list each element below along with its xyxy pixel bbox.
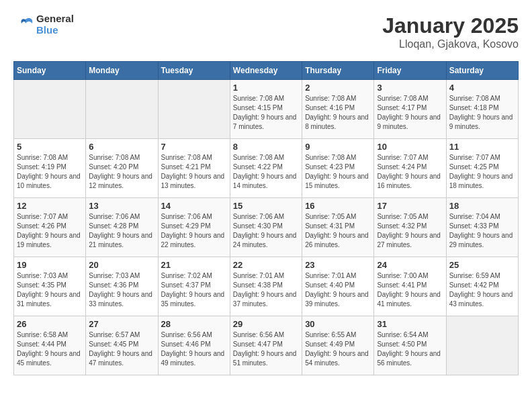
logo-bird-icon: [13, 14, 35, 36]
calendar-cell: 10 Sunrise: 7:07 AM Sunset: 4:24 PM Dayl…: [374, 139, 446, 198]
calendar-cell: 30 Sunrise: 6:55 AM Sunset: 4:49 PM Dayl…: [302, 316, 374, 375]
calendar-cell: 3 Sunrise: 7:08 AM Sunset: 4:17 PM Dayli…: [374, 80, 446, 139]
day-info: Sunrise: 7:07 AM Sunset: 4:25 PM Dayligh…: [449, 153, 515, 191]
calendar-cell: 11 Sunrise: 7:07 AM Sunset: 4:25 PM Dayl…: [446, 139, 518, 198]
day-info: Sunrise: 7:08 AM Sunset: 4:18 PM Dayligh…: [449, 94, 515, 132]
column-header-wednesday: Wednesday: [230, 62, 302, 80]
calendar-cell: 14 Sunrise: 7:06 AM Sunset: 4:29 PM Dayl…: [158, 198, 230, 257]
day-info: Sunrise: 7:07 AM Sunset: 4:26 PM Dayligh…: [17, 212, 83, 250]
day-info: Sunrise: 7:08 AM Sunset: 4:19 PM Dayligh…: [17, 153, 83, 191]
calendar-cell: 12 Sunrise: 7:07 AM Sunset: 4:26 PM Dayl…: [14, 198, 86, 257]
day-number: 8: [233, 142, 299, 152]
day-info: Sunrise: 7:07 AM Sunset: 4:24 PM Dayligh…: [377, 153, 443, 191]
day-number: 9: [305, 142, 371, 152]
calendar-title: January 2025: [382, 13, 519, 38]
day-number: 16: [305, 201, 371, 211]
day-number: 19: [17, 260, 83, 270]
day-info: Sunrise: 7:08 AM Sunset: 4:20 PM Dayligh…: [89, 153, 154, 191]
day-number: 13: [89, 201, 154, 211]
calendar-cell: 18 Sunrise: 7:04 AM Sunset: 4:33 PM Dayl…: [446, 198, 518, 257]
calendar-cell: 24 Sunrise: 7:00 AM Sunset: 4:41 PM Dayl…: [374, 257, 446, 316]
day-number: 20: [89, 260, 154, 270]
day-number: 6: [89, 142, 154, 152]
column-header-saturday: Saturday: [446, 62, 518, 80]
logo-blue-text: Blue: [36, 25, 74, 36]
day-number: 22: [233, 260, 299, 270]
day-number: 18: [449, 201, 515, 211]
calendar-cell: 26 Sunrise: 6:58 AM Sunset: 4:44 PM Dayl…: [14, 316, 86, 375]
calendar-week-row: 1 Sunrise: 7:08 AM Sunset: 4:15 PM Dayli…: [14, 80, 519, 139]
logo-general-text: General: [36, 13, 74, 25]
logo: General Blue: [13, 13, 74, 36]
day-number: 31: [377, 319, 443, 329]
day-number: 10: [377, 142, 443, 152]
day-number: 17: [377, 201, 443, 211]
day-info: Sunrise: 7:08 AM Sunset: 4:15 PM Dayligh…: [233, 94, 299, 132]
day-info: Sunrise: 7:01 AM Sunset: 4:38 PM Dayligh…: [233, 271, 299, 309]
calendar-cell: 16 Sunrise: 7:05 AM Sunset: 4:31 PM Dayl…: [302, 198, 374, 257]
calendar-cell: 7 Sunrise: 7:08 AM Sunset: 4:21 PM Dayli…: [158, 139, 230, 198]
day-info: Sunrise: 7:06 AM Sunset: 4:28 PM Dayligh…: [89, 212, 154, 250]
day-number: 28: [161, 319, 227, 329]
day-info: Sunrise: 6:56 AM Sunset: 4:46 PM Dayligh…: [161, 330, 227, 368]
calendar-cell: 27 Sunrise: 6:57 AM Sunset: 4:45 PM Dayl…: [86, 316, 158, 375]
day-number: 14: [161, 201, 227, 211]
day-info: Sunrise: 6:59 AM Sunset: 4:42 PM Dayligh…: [449, 271, 515, 309]
calendar-cell: [158, 80, 230, 139]
day-info: Sunrise: 7:08 AM Sunset: 4:16 PM Dayligh…: [305, 94, 371, 132]
day-info: Sunrise: 7:05 AM Sunset: 4:31 PM Dayligh…: [305, 212, 371, 250]
calendar-cell: 31 Sunrise: 6:54 AM Sunset: 4:50 PM Dayl…: [374, 316, 446, 375]
day-number: 7: [161, 142, 227, 152]
calendar-cell: 25 Sunrise: 6:59 AM Sunset: 4:42 PM Dayl…: [446, 257, 518, 316]
day-info: Sunrise: 6:54 AM Sunset: 4:50 PM Dayligh…: [377, 330, 443, 368]
page-header: General Blue January 2025 Lloqan, Gjakov…: [13, 13, 519, 50]
day-info: Sunrise: 6:57 AM Sunset: 4:45 PM Dayligh…: [89, 330, 154, 368]
day-info: Sunrise: 7:05 AM Sunset: 4:32 PM Dayligh…: [377, 212, 443, 250]
day-number: 23: [305, 260, 371, 270]
calendar-cell: 4 Sunrise: 7:08 AM Sunset: 4:18 PM Dayli…: [446, 80, 518, 139]
calendar-cell: 23 Sunrise: 7:01 AM Sunset: 4:40 PM Dayl…: [302, 257, 374, 316]
calendar-cell: 29 Sunrise: 6:56 AM Sunset: 4:47 PM Dayl…: [230, 316, 302, 375]
calendar-cell: 20 Sunrise: 7:03 AM Sunset: 4:36 PM Dayl…: [86, 257, 158, 316]
day-number: 2: [305, 83, 371, 93]
day-info: Sunrise: 7:01 AM Sunset: 4:40 PM Dayligh…: [305, 271, 371, 309]
day-number: 27: [89, 319, 154, 329]
calendar-cell: [446, 316, 518, 375]
day-info: Sunrise: 7:00 AM Sunset: 4:41 PM Dayligh…: [377, 271, 443, 309]
day-number: 29: [233, 319, 299, 329]
day-info: Sunrise: 7:03 AM Sunset: 4:36 PM Dayligh…: [89, 271, 154, 309]
calendar-cell: 22 Sunrise: 7:01 AM Sunset: 4:38 PM Dayl…: [230, 257, 302, 316]
column-header-tuesday: Tuesday: [158, 62, 230, 80]
calendar-cell: 21 Sunrise: 7:02 AM Sunset: 4:37 PM Dayl…: [158, 257, 230, 316]
day-info: Sunrise: 7:08 AM Sunset: 4:22 PM Dayligh…: [233, 153, 299, 191]
column-header-thursday: Thursday: [302, 62, 374, 80]
calendar-cell: 9 Sunrise: 7:08 AM Sunset: 4:23 PM Dayli…: [302, 139, 374, 198]
calendar-cell: 13 Sunrise: 7:06 AM Sunset: 4:28 PM Dayl…: [86, 198, 158, 257]
day-info: Sunrise: 6:58 AM Sunset: 4:44 PM Dayligh…: [17, 330, 83, 368]
calendar-cell: 15 Sunrise: 7:06 AM Sunset: 4:30 PM Dayl…: [230, 198, 302, 257]
calendar-week-row: 5 Sunrise: 7:08 AM Sunset: 4:19 PM Dayli…: [14, 139, 519, 198]
column-header-monday: Monday: [86, 62, 158, 80]
day-number: 15: [233, 201, 299, 211]
calendar-cell: 1 Sunrise: 7:08 AM Sunset: 4:15 PM Dayli…: [230, 80, 302, 139]
calendar-cell: [86, 80, 158, 139]
calendar-week-row: 12 Sunrise: 7:07 AM Sunset: 4:26 PM Dayl…: [14, 198, 519, 257]
day-number: 3: [377, 83, 443, 93]
day-info: Sunrise: 7:04 AM Sunset: 4:33 PM Dayligh…: [449, 212, 515, 250]
day-info: Sunrise: 6:55 AM Sunset: 4:49 PM Dayligh…: [305, 330, 371, 368]
day-info: Sunrise: 7:06 AM Sunset: 4:30 PM Dayligh…: [233, 212, 299, 250]
day-number: 24: [377, 260, 443, 270]
calendar-cell: 6 Sunrise: 7:08 AM Sunset: 4:20 PM Dayli…: [86, 139, 158, 198]
day-info: Sunrise: 7:02 AM Sunset: 4:37 PM Dayligh…: [161, 271, 227, 309]
calendar-week-row: 19 Sunrise: 7:03 AM Sunset: 4:35 PM Dayl…: [14, 257, 519, 316]
column-header-sunday: Sunday: [14, 62, 86, 80]
day-number: 1: [233, 83, 299, 93]
calendar-subtitle: Lloqan, Gjakova, Kosovo: [382, 38, 519, 50]
day-number: 4: [449, 83, 515, 93]
column-header-friday: Friday: [374, 62, 446, 80]
title-block: January 2025 Lloqan, Gjakova, Kosovo: [382, 13, 519, 50]
day-number: 26: [17, 319, 83, 329]
day-info: Sunrise: 7:08 AM Sunset: 4:21 PM Dayligh…: [161, 153, 227, 191]
day-number: 12: [17, 201, 83, 211]
day-number: 11: [449, 142, 515, 152]
